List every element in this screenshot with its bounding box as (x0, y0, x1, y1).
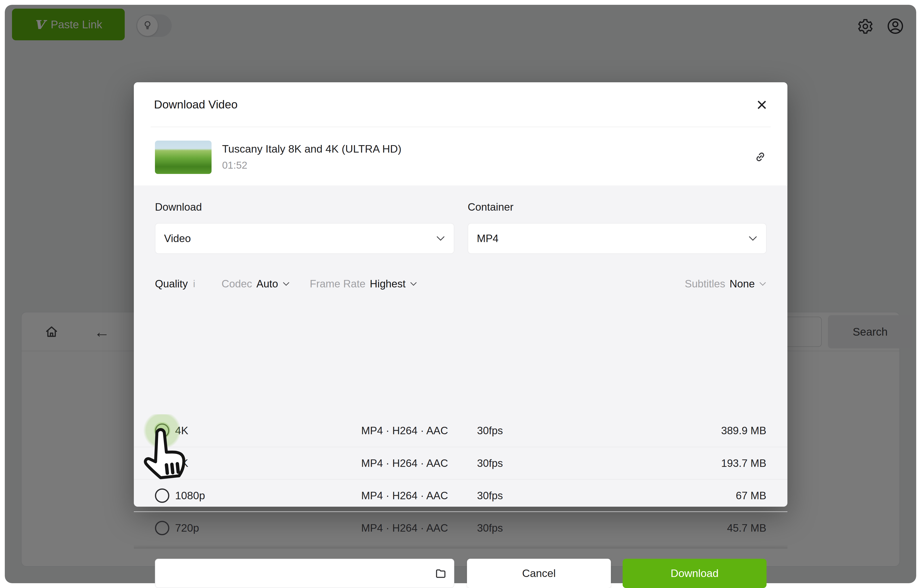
link-icon[interactable] (753, 150, 767, 165)
quality-row-4k[interactable]: 4K MP4 · H264 · AAC 30fps 389.9 MB (134, 414, 788, 447)
container-select[interactable]: MP4 (468, 223, 766, 254)
codec-label: Codec (221, 278, 252, 290)
quality-row-2k[interactable]: 2K MP4 · H264 · AAC 30fps 193.7 MB (134, 447, 788, 479)
quality-list: 4K MP4 · H264 · AAC 30fps 389.9 MB 2K MP… (134, 414, 788, 548)
quality-row-720p[interactable]: 720p MP4 · H264 · AAC 30fps 45.7 MB (134, 511, 788, 544)
folder-icon[interactable] (434, 567, 447, 580)
container-value: MP4 (477, 233, 498, 244)
file-size: 67 MB (736, 490, 766, 502)
codec-info: MP4 · H264 · AAC (361, 425, 477, 437)
chevron-down-icon (748, 236, 757, 241)
screenshot-stage: v Paste Link (0, 0, 921, 588)
radio-button[interactable] (155, 456, 169, 471)
file-size: 45.7 MB (727, 522, 766, 534)
quality-options-row: Quality i Codec Auto Frame Rate Highest (155, 276, 766, 292)
quality-label: 4K (175, 424, 361, 437)
dialog-top-section: Download Video × Tuscany Italy 8K and 4K… (134, 82, 788, 186)
subtitles-dropdown[interactable]: Subtitles None (685, 278, 766, 290)
radio-button[interactable] (155, 489, 169, 503)
chevron-down-icon (436, 236, 445, 241)
download-button[interactable]: Download (623, 559, 766, 588)
frame-rate-label: Frame Rate (310, 278, 366, 290)
codec-info: MP4 · H264 · AAC (361, 490, 477, 502)
chevron-down-icon (759, 282, 766, 286)
dialog-title: Download Video (154, 98, 238, 111)
codec-value: Auto (256, 278, 278, 290)
fps-info: 30fps (477, 425, 503, 437)
file-size: 193.7 MB (721, 457, 766, 469)
video-duration: 01:52 (222, 160, 247, 171)
fps-info: 30fps (477, 522, 503, 534)
quality-label: Quality (155, 278, 188, 290)
codec-dropdown[interactable]: Codec Auto (221, 278, 290, 290)
download-video-dialog: Download Video × Tuscany Italy 8K and 4K… (134, 82, 788, 507)
close-icon[interactable]: × (756, 95, 767, 114)
chevron-down-icon (283, 282, 290, 286)
frame-rate-dropdown[interactable]: Frame Rate Highest (310, 278, 417, 290)
fps-info: 30fps (477, 490, 503, 502)
frame-rate-value: Highest (370, 278, 405, 290)
container-section-label: Container (468, 201, 514, 213)
dialog-body: Download Container Video MP4 Quality i C… (134, 186, 788, 507)
radio-button[interactable] (155, 423, 169, 438)
codec-info: MP4 · H264 · AAC (361, 522, 477, 534)
chevron-down-icon (410, 282, 417, 286)
video-title: Tuscany Italy 8K and 4K (ULTRA HD) (222, 143, 402, 155)
quality-label: 2K (175, 457, 361, 469)
download-type-select[interactable]: Video (155, 223, 454, 254)
quality-label: 1080p (175, 489, 361, 502)
quality-label: 720p (175, 522, 361, 534)
dialog-header: Download Video × (134, 82, 788, 127)
save-path-field[interactable] (155, 559, 454, 588)
subtitles-value: None (730, 278, 755, 290)
info-icon[interactable]: i (193, 279, 195, 289)
download-type-value: Video (164, 233, 191, 244)
subtitles-label: Subtitles (685, 278, 725, 290)
download-section-label: Download (155, 201, 202, 213)
quality-row-1080p[interactable]: 1080p MP4 · H264 · AAC 30fps 67 MB (134, 479, 788, 511)
footer-shadow (134, 545, 788, 549)
radio-button[interactable] (155, 521, 169, 535)
fps-info: 30fps (477, 457, 503, 469)
file-size: 389.9 MB (721, 425, 766, 437)
save-path-input[interactable] (162, 567, 434, 579)
cancel-button[interactable]: Cancel (467, 559, 611, 588)
codec-info: MP4 · H264 · AAC (361, 457, 477, 469)
video-thumbnail (155, 140, 212, 174)
header-divider (151, 127, 771, 127)
